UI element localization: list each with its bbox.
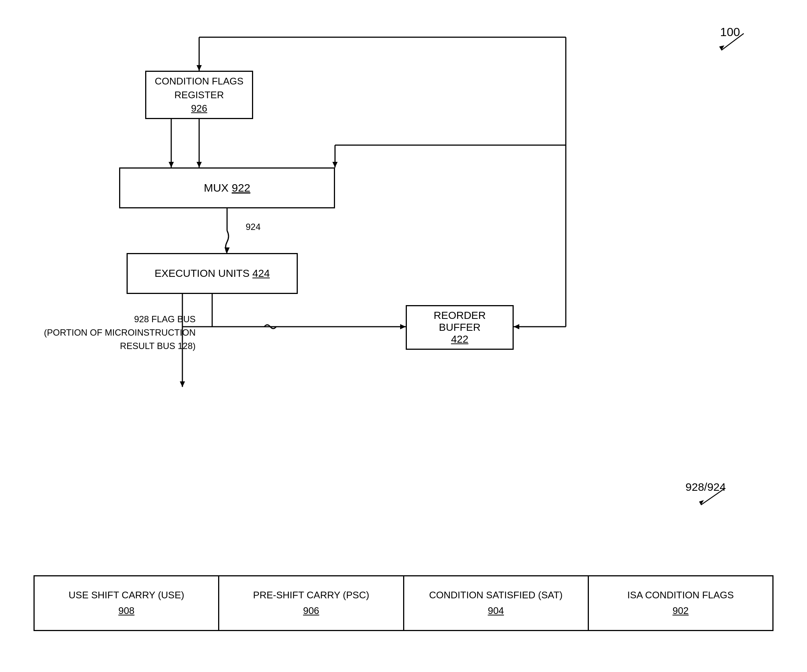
svg-marker-19	[180, 382, 185, 387]
label-924: 924	[246, 222, 261, 232]
svg-marker-0	[719, 45, 724, 50]
svg-marker-21	[400, 324, 406, 329]
table-psc-ref: 906	[303, 603, 319, 619]
table-sat-ref: 904	[488, 603, 504, 619]
cfr-ref: 926	[191, 101, 207, 115]
rob-line2: BUFFER	[439, 322, 481, 334]
rob-ref: 422	[451, 334, 469, 345]
svg-marker-10	[196, 162, 202, 168]
diagram-container: 100	[0, 0, 807, 672]
table-psc-label: PRE-SHIFT CARRY (PSC)	[253, 587, 369, 603]
cfr-line1: CONDITION FLAGS	[155, 75, 243, 88]
table-sat-label: CONDITION SATISFIED (SAT)	[429, 587, 563, 603]
svg-marker-8	[169, 162, 174, 168]
execution-units-box: EXECUTION UNITS 424	[126, 253, 298, 294]
table-cell-sat: CONDITION SATISFIED (SAT) 904	[404, 576, 589, 630]
svg-marker-13	[332, 162, 338, 168]
flag-bus-line2: (PORTION OF MICROINSTRUCTION	[44, 326, 196, 339]
flag-bus-line1: 928 FLAG BUS	[44, 312, 196, 326]
table-use-ref: 908	[118, 603, 134, 619]
table-cell-isa: ISA CONDITION FLAGS 902	[589, 576, 772, 630]
table-isa-ref: 902	[672, 603, 689, 619]
bottom-table: USE SHIFT CARRY (USE) 908 PRE-SHIFT CARR…	[33, 575, 774, 631]
ref-928-924-arrow-svg	[688, 485, 736, 511]
cfr-line2: REGISTER	[174, 88, 224, 101]
condition-flags-register-box: CONDITION FLAGS REGISTER 926	[145, 71, 253, 119]
svg-marker-17	[224, 247, 230, 253]
mux-box: MUX 922	[119, 168, 335, 208]
flag-bus-line3: RESULT BUS 128)	[44, 339, 196, 353]
eu-label: EXECUTION UNITS 424	[154, 267, 270, 279]
table-use-label: USE SHIFT CARRY (USE)	[68, 587, 184, 603]
ref-100-arrow-svg	[710, 30, 755, 56]
rob-line1: REORDER	[433, 310, 486, 322]
svg-marker-6	[514, 324, 519, 329]
table-isa-label: ISA CONDITION FLAGS	[627, 587, 734, 603]
svg-marker-2	[196, 65, 202, 71]
flag-bus-label: 928 FLAG BUS (PORTION OF MICROINSTRUCTIO…	[44, 312, 196, 353]
mux-label: MUX 922	[204, 182, 250, 194]
table-cell-use: USE SHIFT CARRY (USE) 908	[35, 576, 219, 630]
table-cell-psc: PRE-SHIFT CARRY (PSC) 906	[219, 576, 404, 630]
reorder-buffer-box: REORDER BUFFER 422	[406, 305, 514, 350]
